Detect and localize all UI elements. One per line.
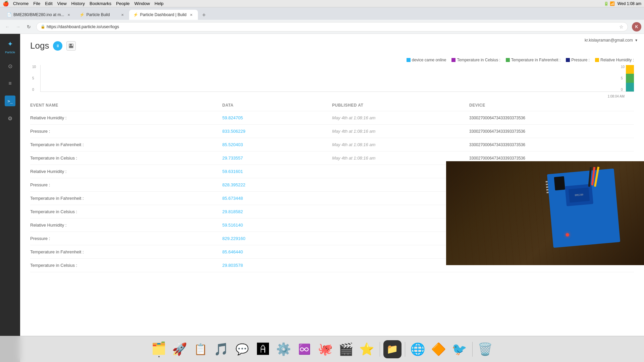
cell-event-3: Temperature in Celsius : xyxy=(30,152,222,165)
cell-published-2: May 4th at 1:08:16 am xyxy=(332,138,469,152)
tab-bme280[interactable]: 📄 BME280/BME280.ino at m... ✕ xyxy=(3,10,75,20)
right-y-label-10: 10 xyxy=(621,65,625,69)
sidebar-item-home[interactable]: ⊙ xyxy=(5,61,15,71)
menu-history[interactable]: History xyxy=(71,1,85,6)
user-dropdown-icon[interactable]: ▾ xyxy=(635,38,637,43)
pin-1 xyxy=(546,181,548,183)
dock-launchpad[interactable]: 🚀 xyxy=(170,340,189,359)
menu-window[interactable]: Window xyxy=(135,1,150,6)
chart-bar-teal xyxy=(626,83,634,92)
url-bar[interactable]: 🔒 https://dashboard.particle.io/user/log… xyxy=(36,22,628,32)
tab-favicon-dashboard: ⚡ xyxy=(133,12,138,17)
circuit-board-visual: BME280 xyxy=(446,161,644,265)
cell-event-9: Pressure : xyxy=(30,232,222,245)
url-text: https://dashboard.particle.io/user/logs xyxy=(47,24,618,29)
menubar-right: 🔋 📶 Wed 1:08 am xyxy=(604,1,642,6)
cell-published-0: May 4th at 1:08:16 am xyxy=(332,111,469,125)
mac-dock: 🗂️ 🚀 📋 🎵 💬 🅰 ⚙️ ♾️ 🐙 🎬 ⭐ 📁 🌐 🔶 🐦 🗑️ xyxy=(0,336,644,362)
pin-2 xyxy=(546,184,548,185)
legend-dot-pressure xyxy=(566,58,570,62)
menu-edit[interactable]: Edit xyxy=(45,1,52,6)
cell-data-10: 85.646440 xyxy=(222,245,332,259)
bookmark-star-icon[interactable]: ☆ xyxy=(619,24,624,29)
circuit-board-chip: BME280 xyxy=(547,169,620,248)
tab-close-build[interactable]: ✕ xyxy=(120,12,125,17)
app-container: ✦ Particle ⊙ ≡ >_ ⚙ kr.kislayraman@gmail… xyxy=(0,34,644,362)
legend-dot-online xyxy=(407,58,411,62)
sidebar: ✦ Particle ⊙ ≡ >_ ⚙ xyxy=(0,34,20,362)
dock-skype[interactable]: 💬 xyxy=(233,340,252,359)
dock-github[interactable]: 🐙 xyxy=(316,340,335,359)
tab-close-dashboard[interactable]: ✕ xyxy=(189,12,194,17)
content-area: kr.kislayraman@gmail.com ▾ Logs ⏸ xyxy=(20,34,644,362)
chart-right-y-axis: 10 5 0 xyxy=(621,65,625,92)
new-tab-button[interactable]: + xyxy=(199,10,209,20)
menu-people[interactable]: People xyxy=(116,1,129,6)
dock-appstore[interactable]: 🅰 xyxy=(254,340,272,359)
cell-data-9: 829.229160 xyxy=(222,232,332,245)
tab-title-dashboard: Particle Dashboard | Build xyxy=(140,12,186,17)
tab-particle-dashboard[interactable]: ⚡ Particle Dashboard | Build ✕ xyxy=(129,10,198,20)
legend-dot-celsius xyxy=(451,58,455,62)
dock-vlc[interactable]: 🔶 xyxy=(429,340,448,359)
chart-y-axis: 10 5 0 xyxy=(32,65,36,92)
sidebar-item-console[interactable]: >_ xyxy=(5,96,15,106)
dock-quicktime[interactable]: 🎬 xyxy=(337,340,356,359)
menubar-icons: 🔋 📶 xyxy=(604,1,615,6)
menu-chrome[interactable]: Chrome xyxy=(13,1,29,6)
sidebar-item-settings[interactable]: ⚙ xyxy=(5,113,15,124)
pause-button[interactable]: ⏸ xyxy=(53,41,62,51)
right-y-label-5: 5 xyxy=(621,76,625,80)
circuit-board-overlay: BME280 xyxy=(446,161,644,265)
dock-star[interactable]: ⭐ xyxy=(358,340,376,359)
tab-particle-build[interactable]: ⚡ Particle Build ✕ xyxy=(75,10,129,20)
particle-logo[interactable]: ✦ xyxy=(4,38,16,50)
cell-data-3: 29.733557 xyxy=(222,152,332,165)
cell-event-4: Relative Humidity : xyxy=(30,165,222,178)
legend-device-online: device came online xyxy=(407,58,446,62)
user-email: kr.kislayraman@gmail.com xyxy=(585,38,633,43)
dock-arduino[interactable]: ♾️ xyxy=(295,340,314,359)
apple-menu[interactable]: 🍎 xyxy=(3,1,9,7)
forward-button[interactable]: → xyxy=(13,22,23,32)
dock-trash[interactable]: 🗑️ xyxy=(476,340,495,359)
menu-bookmarks[interactable]: Bookmarks xyxy=(90,1,111,6)
col-header-event: EVENT NAME xyxy=(30,100,222,111)
dock-dark-folder[interactable]: 📁 xyxy=(383,340,401,358)
cell-event-10: Temperature in Fahrenheit : xyxy=(30,245,222,259)
dock-chrome[interactable]: 🌐 xyxy=(409,340,427,359)
dock-separator-2 xyxy=(405,342,405,357)
save-icon xyxy=(69,44,73,48)
table-row: Relative Humidity : 59.824705 May 4th at… xyxy=(30,111,634,125)
col-header-published: PUBLISHED AT xyxy=(332,100,469,111)
legend-label-humidity: Relative Humidity : xyxy=(600,58,634,62)
legend-label-celsius: Temperature in Celsius : xyxy=(457,58,500,62)
y-label-5: 5 xyxy=(32,76,36,80)
menu-help[interactable]: Help xyxy=(155,1,164,6)
cell-device-0: 3300270006473433393373536 xyxy=(469,111,634,125)
dock-settings[interactable]: ⚙️ xyxy=(274,340,293,359)
tab-close-bme280[interactable]: ✕ xyxy=(66,12,71,17)
dock-music[interactable]: 🎵 xyxy=(212,340,231,359)
chart-wrapper: 10 5 0 10 5 0 1:08 xyxy=(40,65,634,98)
address-bar-right: K xyxy=(632,22,641,32)
chart-bar-yellow xyxy=(626,65,634,74)
dock-notes[interactable]: 📋 xyxy=(191,340,210,359)
address-bar: ← → ↻ 🔒 https://dashboard.particle.io/us… xyxy=(0,20,644,34)
cell-data-11: 29.803578 xyxy=(222,259,332,272)
cell-event-6: Temperature in Fahrenheit : xyxy=(30,192,222,205)
save-button[interactable] xyxy=(66,41,76,51)
dock-finder[interactable]: 🗂️ xyxy=(150,340,168,359)
menu-file[interactable]: File xyxy=(33,1,40,6)
profile-button[interactable]: K xyxy=(632,22,641,32)
dock-tweetbot[interactable]: 🐦 xyxy=(450,340,469,359)
pin-5 xyxy=(546,192,548,193)
table-row: Pressure : 833.506229 May 4th at 1:08:16… xyxy=(30,125,634,138)
refresh-button[interactable]: ↻ xyxy=(24,22,34,32)
back-button[interactable]: ← xyxy=(3,22,12,32)
cell-data-5: 828.395222 xyxy=(222,178,332,192)
sidebar-item-menu[interactable]: ≡ xyxy=(5,78,15,89)
dock-separator xyxy=(380,342,380,357)
menu-view[interactable]: View xyxy=(57,1,67,6)
table-header-row: EVENT NAME DATA PUBLISHED AT DEVICE xyxy=(30,100,634,111)
